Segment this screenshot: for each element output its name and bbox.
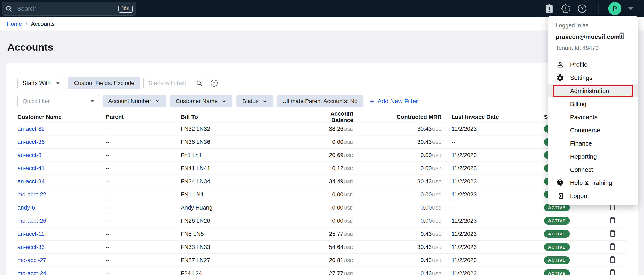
customer-name-link[interactable]: an-acct-8 [18,152,42,158]
trash-icon[interactable] [609,216,616,224]
chevron-down-icon[interactable] [628,7,634,10]
user-dropdown-menu: Logged in as praveen@moesif.com+ Tenant … [548,16,638,205]
customer-name-link[interactable]: an-acct-33 [18,244,44,250]
trash-icon[interactable] [609,229,616,237]
account-number-label: Account Number [108,98,151,104]
page-title: Accounts [0,31,644,53]
customer-name-link[interactable]: an-acct-41 [18,165,44,171]
account-number-chip[interactable]: Account Number [102,95,166,107]
search-input[interactable] [17,5,118,12]
table-row: an-acct-41 -- FN41 LN41 0.12USD 0.00USD … [18,162,626,175]
menu-divider [556,55,630,55]
breadcrumb: Home / Accounts [0,17,644,31]
quick-filter-select[interactable]: Quick filter [18,95,99,107]
release-notes-icon[interactable] [545,4,554,13]
col-parent[interactable]: Parent [106,114,181,120]
parent-cell: -- [106,244,181,250]
breadcrumb-home-link[interactable]: Home [6,21,22,27]
account-balance-cell: 0.00USD [312,191,353,198]
contracted-mrr-cell: 0.00USD [353,204,442,211]
global-search[interactable]: ⌘K [2,2,136,15]
customer-name-link[interactable]: mo-acct-22 [18,191,46,198]
table-header: Customer Name Parent Bill To Account Bal… [18,110,626,122]
copy-icon[interactable] [617,31,626,41]
menu-item-commerce[interactable]: Commerce [548,124,638,137]
help-bubble-icon [556,179,565,187]
col-customer-name[interactable]: Customer Name [18,114,106,120]
status-badge: ACTIVE [544,230,570,238]
ultimate-parent-chip[interactable]: Ultimate Parent Accounts: No [277,95,364,107]
svg-text:?: ? [580,5,584,11]
table-row: andy-6 -- Andy Huang 0.00USD 0.00USD -- … [18,201,626,214]
trash-icon[interactable] [609,242,616,250]
menu-item-profile[interactable]: Profile [548,58,638,71]
help-icon[interactable]: ? [578,4,587,13]
parent-cell: -- [106,191,181,198]
chevron-down-icon [221,98,226,104]
customer-name-link[interactable]: an-acct-32 [18,126,44,132]
account-balance-cell: 20.69USD [312,152,353,158]
menu-item-administration[interactable]: Administration [548,84,638,97]
bill-to-cell: Fn1 Ln1 [181,152,312,158]
col-last-invoice-date[interactable]: Last Invoice Date [442,114,542,120]
status-chip[interactable]: Status [236,95,273,107]
customer-name-link[interactable]: andy-6 [18,204,35,211]
customer-name-link[interactable]: an-acct-11 [18,231,44,237]
whats-new-icon[interactable] [561,4,570,13]
parent-cell: -- [106,126,181,132]
table-row: an-acct-33 -- FN33 LN33 54.64USD 30.43US… [18,241,626,254]
contracted-mrr-cell: 30.43USD [353,244,442,250]
breadcrumb-separator: / [26,20,27,27]
logout-icon [556,192,565,200]
menu-item-connect[interactable]: Connect [548,163,638,176]
menu-item-settings[interactable]: Settings [548,71,638,84]
customer-name-link[interactable]: mo-acct-27 [18,257,46,263]
table-row: mo-acct-22 -- FN1 LN1 0.00USD 0.00USD 11… [18,188,626,201]
menu-item-payments[interactable]: Payments [548,111,638,124]
parent-cell: -- [106,165,181,172]
menu-item-help-training[interactable]: Help & Training [548,176,638,189]
search-icon[interactable] [196,80,202,86]
col-bill-to[interactable]: Bill To [181,114,312,120]
match-mode-select[interactable]: Starts With [18,77,65,89]
trash-icon[interactable] [609,256,616,263]
bill-to-cell: F24 L24 [181,270,312,275]
contracted-mrr-cell: 0.00USD [353,191,442,198]
parent-cell: -- [106,178,181,185]
status-badge: ACTIVE [544,256,570,264]
starts-with-input[interactable] [148,80,196,86]
avatar[interactable]: P [608,2,622,15]
col-contracted-mrr[interactable]: Contracted MRR [353,114,442,120]
customer-name-link[interactable]: an-acct-36 [18,139,44,145]
account-balance-cell: 38.26USD [312,126,353,132]
last-invoice-cell: 11/2/2023 [442,270,542,275]
parent-cell: -- [106,152,181,158]
account-balance-cell: 25.77USD [312,231,353,237]
customer-name-link[interactable]: mo-acct-24 [18,270,46,275]
menu-items: Profile Settings Administration Billing … [548,58,638,203]
page-body: Accounts Starts With Custom Fields: Excl… [0,31,644,275]
customer-name-label: Customer Name [176,98,218,104]
customer-name-link[interactable]: mo-acct-26 [18,218,46,224]
contracted-mrr-cell: 30.43USD [353,126,442,132]
table-row: mo-acct-26 -- FN26 LN26 0.00USD 0.00USD … [18,214,626,227]
custom-fields-chip[interactable]: Custom Fields: Exclude [68,77,140,89]
menu-item-reporting[interactable]: Reporting [548,150,638,163]
add-new-filter-button[interactable]: + Add New Filter [370,97,418,105]
account-balance-cell: 0.12USD [312,165,353,172]
customer-name-chip[interactable]: Customer Name [170,95,232,107]
bill-to-cell: FN5 LN5 [181,231,312,237]
col-account-balance[interactable]: Account Balance [312,110,353,124]
filter-help-icon[interactable]: ? [210,79,218,87]
menu-item-billing[interactable]: Billing [548,97,638,111]
last-invoice-cell: 11/2/2023 [442,165,542,172]
breadcrumb-current: Accounts [31,21,55,27]
person-icon [556,60,565,69]
parent-cell: -- [106,257,181,264]
trash-icon[interactable] [609,269,616,275]
customer-name-link[interactable]: an-acct-34 [18,178,44,185]
last-invoice-cell: 11/2/2023 [442,218,542,224]
last-invoice-cell: 11/2/2023 [442,244,542,250]
menu-item-logout[interactable]: Logout [548,189,638,203]
menu-item-finance[interactable]: Finance [548,137,638,150]
